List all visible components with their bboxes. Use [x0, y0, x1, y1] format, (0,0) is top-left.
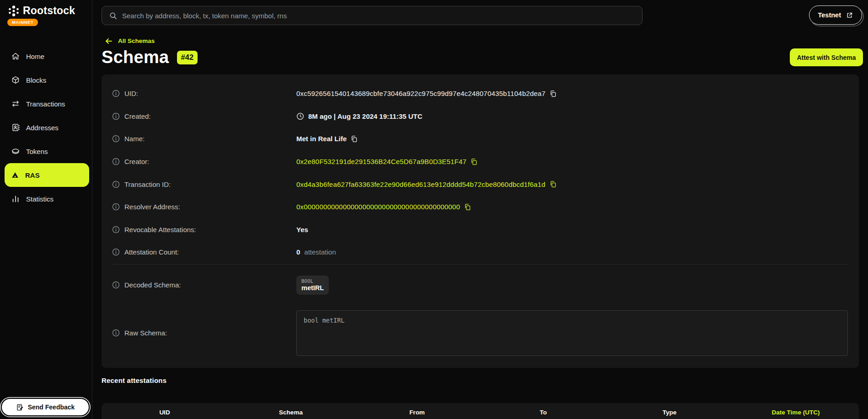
- detail-row-created: Created: 8M ago | Aug 23 2024 19:11:35 U…: [102, 105, 859, 128]
- detail-label: Attestation Count:: [124, 248, 179, 256]
- search-box[interactable]: [102, 6, 643, 25]
- attestation-count-unit[interactable]: attestation: [304, 248, 336, 256]
- cube-icon: [11, 75, 20, 85]
- sidebar: Rootstock MAINNET Home Blocks Transactio…: [0, 0, 92, 419]
- copy-icon[interactable]: [550, 180, 557, 188]
- detail-label: Resolver Address:: [124, 203, 180, 211]
- sidebar-item-ras[interactable]: RAS: [5, 163, 89, 187]
- info-icon: [112, 90, 120, 97]
- sidebar-item-label: Blocks: [26, 76, 46, 84]
- attestations-table: UID Schema From To Type Date Time (UTC): [102, 403, 859, 419]
- column-header-type: Type: [606, 409, 733, 416]
- search-input[interactable]: [122, 12, 635, 20]
- resolver-address-link[interactable]: 0x00000000000000000000000000000000000000…: [296, 203, 460, 211]
- copy-icon[interactable]: [550, 90, 557, 97]
- swap-arrows-icon: [11, 99, 20, 108]
- bar-chart-icon: [11, 194, 20, 203]
- feedback-pencil-icon: [16, 403, 24, 411]
- sidebar-item-label: Statistics: [26, 195, 54, 203]
- info-icon: [112, 112, 120, 120]
- column-header-datetime: Date Time (UTC): [733, 409, 859, 416]
- brand-name: Rootstock: [23, 5, 75, 17]
- sidebar-item-label: Tokens: [26, 148, 48, 155]
- detail-row-raw-schema: Raw Schema: bool metIRL: [102, 306, 859, 361]
- schema-number-badge: #42: [177, 51, 198, 64]
- detail-row-uid: UID: 0xc5926561540143689cbfe73046a922c97…: [102, 82, 859, 105]
- schema-name-value: Met in Real Life: [296, 135, 347, 143]
- detail-label: Transaction ID:: [124, 180, 171, 188]
- rootstock-logo[interactable]: Rootstock: [7, 5, 75, 17]
- sidebar-item-label: Home: [26, 53, 44, 60]
- send-feedback-button[interactable]: Send Feedback: [2, 399, 89, 415]
- detail-label: UID:: [124, 90, 138, 97]
- info-icon: [112, 248, 120, 256]
- rootstock-logo-icon: [7, 5, 20, 17]
- info-icon: [112, 180, 120, 188]
- sidebar-item-tokens[interactable]: Tokens: [0, 139, 92, 163]
- clock-icon: [296, 112, 304, 120]
- creator-address-link[interactable]: 0x2e80F532191de291536B24Ce5D67a9B0D3E51F…: [296, 158, 466, 165]
- detail-row-transaction-id: Transaction ID: 0xd4a3b6fea627fa63363fe2…: [102, 173, 859, 196]
- decoded-schema-chip: BOOL metIRL: [296, 276, 329, 295]
- attest-with-schema-button[interactable]: Attest with Schema: [790, 48, 863, 66]
- back-link[interactable]: All Schemas: [105, 37, 155, 44]
- copy-icon[interactable]: [464, 203, 471, 211]
- detail-row-resolver-address: Resolver Address: 0x00000000000000000000…: [102, 196, 859, 218]
- attestation-triangle-icon: [11, 171, 19, 179]
- network-switch-label: Testnet: [818, 11, 841, 19]
- external-link-icon: [846, 12, 853, 19]
- title-row: Schema #42 Attest with Schema: [102, 47, 863, 68]
- info-icon: [112, 329, 120, 337]
- schema-details-card: UID: 0xc5926561540143689cbfe73046a922c97…: [102, 74, 859, 368]
- search-icon: [109, 12, 117, 20]
- column-header-to: To: [480, 409, 606, 416]
- attestations-table-header: UID Schema From To Type Date Time (UTC): [102, 403, 859, 419]
- detail-row-revocable: Revocable Attestations: Yes: [102, 218, 859, 241]
- column-header-from: From: [354, 409, 480, 416]
- detail-row-name: Name: Met in Real Life: [102, 127, 859, 150]
- created-value: 8M ago | Aug 23 2024 19:11:35 UTC: [308, 112, 423, 120]
- feedback-label: Send Feedback: [28, 403, 75, 411]
- sidebar-item-transactions[interactable]: Transactions: [0, 92, 92, 116]
- detail-label: Creator:: [124, 158, 149, 165]
- recent-attestations-heading: Recent attestations: [102, 377, 166, 384]
- revocable-value: Yes: [296, 226, 308, 233]
- address-book-icon: [11, 123, 20, 132]
- detail-row-creator: Creator: 0x2e80F532191de291536B24Ce5D67a…: [102, 150, 859, 173]
- sidebar-item-blocks[interactable]: Blocks: [0, 68, 92, 92]
- network-switch-button[interactable]: Testnet: [809, 5, 863, 25]
- back-link-label: All Schemas: [118, 37, 155, 44]
- page-title: Schema: [102, 48, 169, 67]
- column-header-schema: Schema: [228, 409, 354, 416]
- transaction-id-link[interactable]: 0xd4a3b6fea627fa63363fe22e90d66ed613e912…: [296, 180, 546, 188]
- sidebar-nav: Home Blocks Transactions Addresses Token…: [0, 44, 92, 211]
- home-icon: [11, 52, 20, 61]
- schema-field-name: metIRL: [301, 284, 324, 292]
- info-icon: [112, 281, 120, 289]
- detail-label: Raw Schema:: [124, 329, 167, 337]
- info-icon: [112, 135, 120, 143]
- attestation-count-value: 0: [296, 248, 300, 256]
- back-arrow-icon: [105, 38, 113, 44]
- sidebar-item-addresses[interactable]: Addresses: [0, 116, 92, 139]
- sidebar-item-label: Transactions: [26, 100, 65, 108]
- info-icon: [112, 226, 120, 233]
- info-icon: [112, 158, 120, 165]
- uid-value: 0xc5926561540143689cbfe73046a922c975c99d…: [296, 90, 546, 97]
- coin-icon: [11, 147, 20, 156]
- detail-label: Revocable Attestations:: [124, 226, 196, 233]
- raw-schema-textarea[interactable]: bool metIRL: [296, 310, 848, 356]
- schema-field-type: BOOL: [301, 278, 324, 284]
- copy-icon[interactable]: [471, 158, 477, 165]
- column-header-uid: UID: [102, 409, 228, 416]
- sidebar-item-label: Addresses: [26, 124, 59, 132]
- info-icon: [112, 203, 120, 211]
- detail-label: Decoded Schema:: [124, 281, 181, 289]
- detail-label: Name:: [124, 135, 145, 143]
- copy-icon[interactable]: [351, 135, 358, 143]
- detail-label: Created:: [124, 112, 151, 120]
- detail-row-decoded-schema: Decoded Schema: BOOL metIRL: [102, 265, 859, 306]
- sidebar-item-statistics[interactable]: Statistics: [0, 187, 92, 211]
- network-badge: MAINNET: [7, 19, 38, 26]
- sidebar-item-home[interactable]: Home: [0, 44, 92, 68]
